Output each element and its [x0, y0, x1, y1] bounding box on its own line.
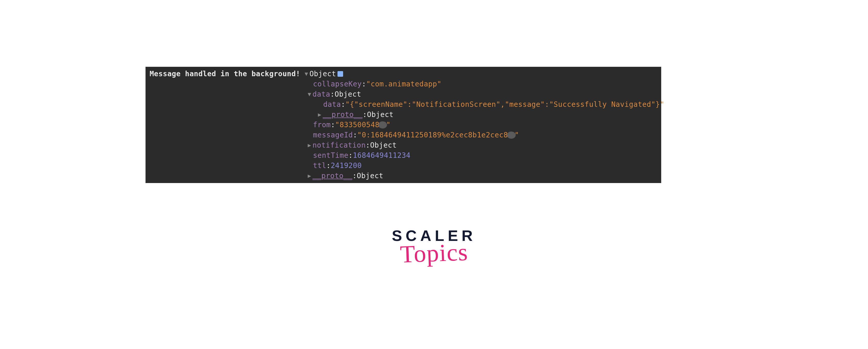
expand-toggle-icon[interactable] [306, 140, 312, 150]
object-property-row[interactable]: __proto__: Object [150, 171, 657, 181]
object-property-row[interactable]: from: "833500548" [150, 120, 657, 130]
object-property-row[interactable]: messageId: "0:1684649411250189%e2cec8b1e… [150, 130, 657, 140]
log-message-text: Message handled in the background! [150, 69, 300, 79]
object-property-row[interactable]: __proto__: Object [150, 110, 657, 120]
object-property-row[interactable]: notification: Object [150, 140, 657, 150]
property-value: 2419200 [331, 161, 362, 171]
expand-toggle-icon[interactable] [306, 171, 312, 181]
expand-toggle-icon[interactable] [316, 110, 323, 120]
property-value: 1684649411234 [353, 150, 410, 161]
property-key: notification [312, 140, 366, 150]
object-property-row[interactable]: collapseKey: "com.animatedapp" [150, 79, 657, 89]
object-type-label: Object [309, 69, 336, 79]
property-value: Object [335, 89, 361, 99]
property-key: data [312, 89, 330, 99]
property-key: collapseKey [313, 79, 362, 89]
property-key: sentTime [313, 150, 348, 161]
object-property-row[interactable]: data: Object [150, 89, 657, 99]
property-value: Object [370, 140, 397, 150]
info-badge-icon[interactable] [338, 71, 343, 77]
console-log-line: Message handled in the background! Objec… [150, 69, 657, 79]
scaler-topics-logo: SCALER Topics [0, 227, 868, 267]
redacted-icon [378, 121, 387, 129]
expand-toggle-icon[interactable] [303, 69, 309, 79]
property-value-prefix: "0:1684649411250189%e2cec8b1e2cec8 [358, 130, 508, 140]
property-value-prefix: "833500548 [335, 120, 380, 130]
property-key: messageId [313, 130, 353, 140]
property-value-suffix: " [515, 130, 519, 140]
property-key: from [313, 120, 331, 130]
property-value-suffix: " [386, 120, 390, 130]
object-property-row[interactable]: sentTime: 1684649411234 [150, 150, 657, 161]
property-value: "com.animatedapp" [366, 79, 441, 89]
expand-toggle-icon[interactable] [306, 89, 312, 99]
object-property-row[interactable]: data: "{"screenName":"NotificationScreen… [150, 99, 657, 110]
redacted-icon [507, 132, 516, 139]
property-value: Object [357, 171, 383, 181]
property-key: __proto__ [323, 110, 363, 120]
property-key: ttl [313, 161, 326, 171]
object-property-row[interactable]: ttl: 2419200 [150, 161, 657, 171]
property-key: __proto__ [312, 171, 352, 181]
property-value: Object [367, 110, 394, 120]
property-key: data [323, 99, 341, 110]
devtools-console-output: Message handled in the background! Objec… [146, 67, 661, 183]
logo-text-sub: Topics [400, 238, 468, 268]
property-value: "{"screenName":"NotificationScreen","mes… [345, 99, 664, 110]
